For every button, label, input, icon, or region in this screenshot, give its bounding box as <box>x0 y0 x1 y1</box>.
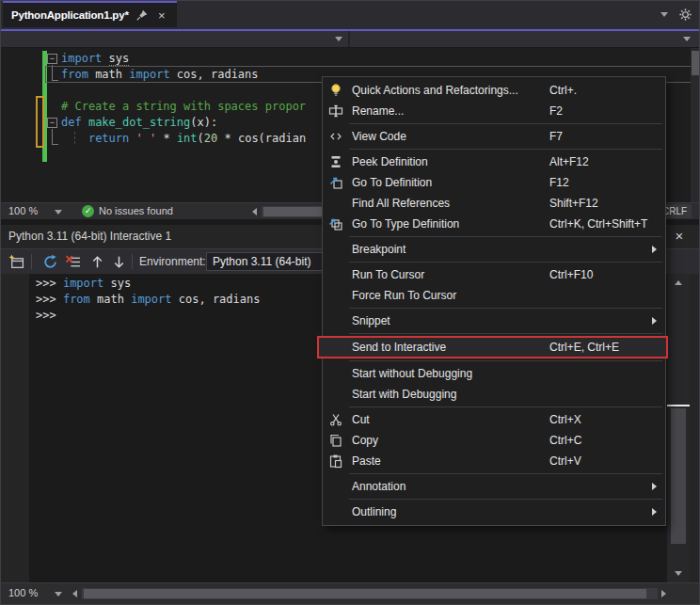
scroll-up-icon[interactable] <box>675 280 682 285</box>
menu-separator <box>349 333 662 334</box>
close-pane-icon[interactable]: × <box>671 228 688 245</box>
menu-item-view-code[interactable]: View CodeF7 <box>323 126 665 147</box>
close-tab-icon[interactable]: × <box>155 8 168 22</box>
menu-item-shortcut: Alt+F12 <box>549 151 589 172</box>
interactive-hscrollbar-thumb[interactable] <box>84 589 646 598</box>
environment-dropdown[interactable]: Python 3.11 (64-bit) <box>206 252 338 271</box>
menu-item-label: Find All References <box>352 197 450 210</box>
chevron-down-icon <box>683 37 691 41</box>
chevron-down-icon <box>335 37 342 41</box>
nav-members-dropdown[interactable] <box>352 31 699 47</box>
options-gear-icon[interactable] <box>678 8 692 22</box>
menu-item-outlining[interactable]: Outlining <box>323 502 665 522</box>
scroll-right-icon[interactable] <box>661 590 666 597</box>
code-line: # Create a string with spaces propor <box>61 99 306 115</box>
console-line: >>> from math import cos, radians <box>36 292 260 308</box>
editor-vscrollbar[interactable] <box>691 48 700 202</box>
scroll-position-marker <box>667 405 690 406</box>
submenu-arrow-icon <box>652 508 657 516</box>
reset-icon[interactable] <box>42 254 58 270</box>
menu-item-start-without-debugging[interactable]: Start without Debugging <box>323 363 665 384</box>
pin-icon[interactable] <box>135 8 149 22</box>
menu-item-snippet[interactable]: Snippet <box>323 310 665 331</box>
menu-item-peek-definition[interactable]: Peek DefinitionAlt+F12 <box>323 151 665 172</box>
menu-separator <box>349 473 662 474</box>
document-tab[interactable]: PythonApplication1.py* × <box>3 1 177 27</box>
menu-item-shortcut: Ctrl+C <box>549 430 581 451</box>
console-line: >>> import sys <box>36 276 260 292</box>
editor-zoom-level[interactable]: 100 % <box>8 205 38 216</box>
interactive-status-bar: 100 % <box>1 582 699 605</box>
menu-item-rename[interactable]: Rename...F2 <box>323 101 665 121</box>
menu-item-force-run-to-cursor[interactable]: Force Run To Cursor <box>323 285 665 306</box>
scroll-left-icon[interactable] <box>252 208 257 215</box>
collapse-toggle-icon[interactable]: − <box>47 118 57 128</box>
menu-item-copy[interactable]: CopyCtrl+C <box>323 430 665 451</box>
menu-separator <box>349 406 662 407</box>
menu-item-shortcut: Ctrl+F10 <box>549 264 593 285</box>
console-lines: >>> import sys>>> from math import cos, … <box>36 276 260 324</box>
menu-item-label: Force Run To Cursor <box>352 289 456 302</box>
menu-item-shortcut: F12 <box>549 172 569 193</box>
menu-item-shortcut: Ctrl+K, Ctrl+Shift+T <box>549 214 647 234</box>
interactive-vscrollbar-thumb[interactable] <box>671 408 686 544</box>
menu-item-paste[interactable]: PasteCtrl+V <box>323 451 665 471</box>
menu-item-start-with-debugging[interactable]: Start with Debugging <box>323 384 665 405</box>
document-list-dropdown-icon[interactable] <box>660 12 668 17</box>
menu-item-quick-actions-and-refactorings[interactable]: Quick Actions and Refactorings...Ctrl+. <box>323 80 665 101</box>
code-line: from math import cos, radians <box>61 67 306 83</box>
history-previous-icon[interactable] <box>89 254 105 270</box>
menu-item-send-to-interactive[interactable]: Send to InteractiveCtrl+E, Ctrl+E <box>317 336 668 358</box>
toolbar-separator <box>132 254 133 269</box>
document-tab-title: PythonApplication1.py* <box>11 9 129 21</box>
menu-item-label: Start with Debugging <box>352 388 456 401</box>
scroll-down-icon[interactable] <box>675 571 682 576</box>
menu-item-shortcut: Ctrl+. <box>549 80 577 101</box>
menu-item-shortcut: F2 <box>549 101 563 121</box>
zoom-dropdown-icon[interactable] <box>55 592 62 597</box>
menu-item-annotation[interactable]: Annotation <box>323 476 665 497</box>
menu-item-go-to-definition[interactable]: Go To DefinitionF12 <box>323 172 665 193</box>
zoom-dropdown-icon[interactable] <box>55 210 62 215</box>
menu-item-breakpoint[interactable]: Breakpoint <box>323 239 665 260</box>
menu-item-label: Peek Definition <box>352 155 428 168</box>
menu-item-label: Copy <box>352 434 378 447</box>
menu-item-label: Cut <box>352 413 370 426</box>
history-next-icon[interactable] <box>111 254 127 270</box>
interactive-hscrollbar[interactable] <box>82 588 658 599</box>
interactive-vscrollbar[interactable] <box>667 274 690 582</box>
rename-icon <box>328 103 343 119</box>
code-line <box>61 83 306 99</box>
vs-window: PythonApplication1.py* × − − import sysf… <box>0 0 700 605</box>
menu-item-go-to-type-definition[interactable]: Go To Type DefinitionCtrl+K, Ctrl+Shift+… <box>323 214 665 234</box>
code-lines: import sysfrom math import cos, radians … <box>61 51 306 147</box>
go-to-definition-icon <box>328 175 343 190</box>
context-menu: Quick Actions and Refactorings...Ctrl+.R… <box>322 76 666 526</box>
region-guide <box>52 129 58 145</box>
menu-separator <box>349 262 662 263</box>
menu-item-label: Send to Interactive <box>352 341 446 354</box>
interactive-zoom-level[interactable]: 100 % <box>8 587 38 598</box>
clear-screen-icon[interactable] <box>65 254 81 270</box>
interactive-window-title: Python 3.11 (64-bit) Interactive 1 <box>8 230 171 243</box>
menu-item-label: Rename... <box>352 104 404 118</box>
menu-item-label: View Code <box>352 130 406 143</box>
code-line: def make_dot_string(x): <box>61 115 306 131</box>
menu-item-label: Outlining <box>352 505 396 518</box>
menu-item-find-all-references[interactable]: Find All ReferencesShift+F12 <box>323 193 665 214</box>
menu-item-run-to-cursor[interactable]: Run To CursorCtrl+F10 <box>323 264 665 285</box>
menu-separator <box>349 360 662 361</box>
nav-types-dropdown[interactable] <box>1 31 350 47</box>
peek-definition-icon <box>328 154 343 169</box>
menu-separator <box>349 308 662 309</box>
scroll-left-icon[interactable] <box>72 590 77 597</box>
paste-icon <box>328 454 343 469</box>
no-issues-icon[interactable]: ✓ <box>82 205 94 217</box>
submenu-arrow-icon <box>652 317 657 325</box>
menu-item-label: Snippet <box>352 314 390 327</box>
editor-vscrollbar-thumb[interactable] <box>692 51 699 75</box>
unsaved-change-indicator <box>36 96 44 148</box>
collapse-toggle-icon[interactable]: − <box>47 54 57 64</box>
menu-item-cut[interactable]: CutCtrl+X <box>323 409 665 430</box>
new-interactive-window-icon[interactable] <box>8 254 24 270</box>
